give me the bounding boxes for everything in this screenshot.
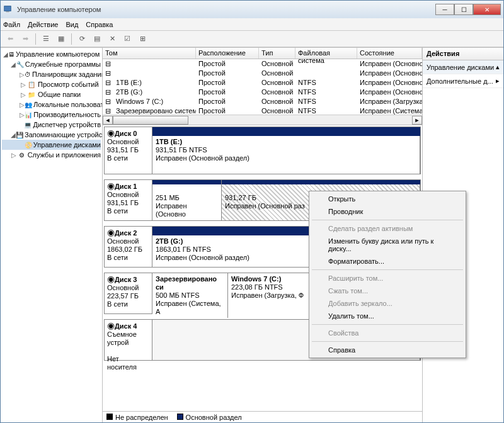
properties-button[interactable]: ▦ xyxy=(54,32,68,46)
ctx-explorer[interactable]: Проводник xyxy=(311,205,464,218)
volume-icon: ⊟ xyxy=(105,107,114,115)
col-status[interactable]: Состояние xyxy=(357,48,422,59)
tree-scheduler[interactable]: ▷⏱Планировщик заданий xyxy=(2,69,101,79)
window-title: Управление компьютером xyxy=(17,6,435,13)
volume-row[interactable]: ⊟ 2TB (G:)ПростойОсновнойNTFSИсправен (О… xyxy=(103,87,422,97)
volume-row[interactable]: ⊟ 1TB (E:)ПростойОсновнойNTFSИсправен (О… xyxy=(103,78,422,87)
tree-shared[interactable]: ▷📁Общие папки xyxy=(2,89,101,99)
back-button[interactable]: ⬅ xyxy=(3,32,17,46)
col-fs[interactable]: Файловая система xyxy=(295,48,357,59)
menubar: Файл Действие Вид Справка xyxy=(1,18,503,31)
toolbar-button-4[interactable]: ▤ xyxy=(90,32,104,46)
disk-2-info: ◉Диск 2 Основной1863,02 ГБВ сети xyxy=(105,227,152,267)
toolbar-button-5[interactable]: ✕ xyxy=(105,32,119,46)
volume-row[interactable]: ⊟ ПростойОсновнойИсправен (Основно xyxy=(103,59,422,69)
volume-icon: ⊟ xyxy=(105,79,114,86)
volume-hscroll[interactable]: ◄ ► xyxy=(103,115,422,125)
disk-icon: ◉ xyxy=(107,128,115,138)
context-menu: Открыть Проводник Сделать раздел активны… xyxy=(309,191,466,358)
tree-pane: ◢🖥Управление компьютером (л ◢🔧Служебные … xyxy=(1,48,103,422)
disk-3-info: ◉Диск 3 Основной223,57 ГБВ сети xyxy=(105,273,152,313)
volume-row[interactable]: ⊟ Зарезервировано системойПростойОсновно… xyxy=(103,106,422,115)
menu-file[interactable]: Файл xyxy=(3,21,20,28)
tree-eventviewer[interactable]: ▷📋Просмотр событий xyxy=(2,79,101,89)
refresh-button[interactable]: ⟳ xyxy=(75,32,89,46)
app-icon xyxy=(3,4,13,14)
minimize-button[interactable]: ─ xyxy=(435,4,454,15)
ctx-letter[interactable]: Изменить букву диска или путь к диску... xyxy=(311,235,464,255)
toolbar: ⬅ ➡ ☰ ▦ ⟳ ▤ ✕ ☑ ⊞ xyxy=(1,31,503,47)
ctx-extend[interactable]: Расширить том... xyxy=(311,272,464,285)
forward-button[interactable]: ➡ xyxy=(18,32,32,46)
partition-header xyxy=(152,127,420,136)
ctx-mirror[interactable]: Добавить зеркало... xyxy=(311,297,464,310)
volume-icon: ⊟ xyxy=(105,69,114,77)
volume-body: ⊟ ПростойОсновнойИсправен (Основно⊟ Прос… xyxy=(103,59,422,115)
titlebar: Управление компьютером ─ ☐ ✕ xyxy=(1,1,503,18)
volume-icon: ⊟ xyxy=(105,60,114,67)
legend-primary: Основной раздел xyxy=(177,414,242,421)
disk-1-info: ◉Диск 1 Основной931,51 ГБВ сети xyxy=(105,180,152,220)
tree-localusers[interactable]: ▷👥Локальные пользовате xyxy=(2,99,101,110)
separator xyxy=(312,341,463,342)
scroll-left-icon[interactable]: ◄ xyxy=(103,116,113,125)
tree-diskmgmt[interactable]: 📀Управление дисками xyxy=(2,140,101,150)
toolbar-button-2[interactable]: ☰ xyxy=(39,32,53,46)
disk-0[interactable]: ◉Диск 0 Основной931,51 ГБВ сети 1TB (E:)… xyxy=(104,127,421,174)
disk-icon: ◉ xyxy=(107,181,115,191)
tree-svc-programs[interactable]: ◢🔧Служебные программы xyxy=(2,59,101,69)
tree-perf[interactable]: ▷📊Производительность xyxy=(2,110,101,120)
collapse-icon: ▴ xyxy=(496,63,500,71)
col-type[interactable]: Тип xyxy=(259,48,295,59)
volume-icon: ⊟ xyxy=(105,98,114,105)
separator xyxy=(71,33,72,45)
col-layout[interactable]: Расположение xyxy=(196,48,259,59)
disk-1-partition-1[interactable]: 251 МБИсправен (Основно xyxy=(152,184,222,220)
svg-rect-0 xyxy=(4,6,11,11)
disk-0-info: ◉Диск 0 Основной931,51 ГБВ сети xyxy=(105,127,152,174)
action-more[interactable]: Дополнительные д...▸ xyxy=(423,74,503,88)
legend-unallocated: Не распределен xyxy=(106,414,168,421)
ctx-delete[interactable]: Удалить том... xyxy=(311,310,464,322)
separator xyxy=(312,220,463,220)
action-diskmgmt[interactable]: Управление дисками▴ xyxy=(423,60,503,74)
svg-rect-1 xyxy=(6,11,9,12)
legend: Не распределен Основной раздел xyxy=(103,411,422,422)
volume-row[interactable]: ⊟ ПростойОсновнойИсправен (Основно xyxy=(103,69,422,78)
chevron-right-icon: ▸ xyxy=(496,77,500,85)
actions-header: Действия xyxy=(423,48,503,60)
volume-table: Том Расположение Тип Файловая система Со… xyxy=(103,48,422,125)
ctx-open[interactable]: Открыть xyxy=(311,193,464,205)
ctx-props[interactable]: Свойства xyxy=(311,327,464,339)
volume-row[interactable]: ⊟ Windows 7 (C:)ПростойОсновнойNTFSИспра… xyxy=(103,97,422,106)
menu-help[interactable]: Справка xyxy=(86,21,113,28)
disk-icon: ◉ xyxy=(107,320,115,330)
close-button[interactable]: ✕ xyxy=(473,4,501,15)
tree-services[interactable]: ▷⚙Службы и приложения xyxy=(2,150,101,160)
toolbar-button-6[interactable]: ☑ xyxy=(120,32,134,46)
disk-icon: ◉ xyxy=(107,227,115,237)
ctx-format[interactable]: Форматировать... xyxy=(311,255,464,268)
ctx-active[interactable]: Сделать раздел активным xyxy=(311,222,464,235)
disk-icon: ◉ xyxy=(107,274,115,284)
tree-devmgr[interactable]: 💻Диспетчер устройств xyxy=(2,120,101,130)
scroll-thumb[interactable] xyxy=(113,116,188,125)
disk-0-partition-1[interactable]: 1TB (E:)931,51 ГБ NTFSИсправен (Основной… xyxy=(152,136,420,174)
menu-action[interactable]: Действие xyxy=(28,21,58,28)
disk-3-partition-1[interactable]: Зарезервировано си500 МБ NTFSИсправен (С… xyxy=(152,273,228,318)
separator xyxy=(312,269,463,270)
maximize-button[interactable]: ☐ xyxy=(454,4,473,15)
help-button[interactable]: ⊞ xyxy=(135,32,149,46)
separator xyxy=(35,33,36,45)
separator xyxy=(312,324,463,325)
ctx-help[interactable]: Справка xyxy=(311,344,464,356)
ctx-shrink[interactable]: Сжать том... xyxy=(311,285,464,297)
disk-4-info: ◉Диск 4 Съемное устройНет носителя xyxy=(105,320,152,360)
col-volume[interactable]: Том xyxy=(103,48,196,59)
scroll-right-icon[interactable]: ► xyxy=(412,116,422,125)
tree-storage[interactable]: ◢💾Запоминающие устройст xyxy=(2,130,101,140)
volume-header-row: Том Расположение Тип Файловая система Со… xyxy=(103,48,422,59)
volume-icon: ⊟ xyxy=(105,88,114,96)
tree-root[interactable]: ◢🖥Управление компьютером (л xyxy=(2,49,101,59)
menu-view[interactable]: Вид xyxy=(66,21,78,28)
